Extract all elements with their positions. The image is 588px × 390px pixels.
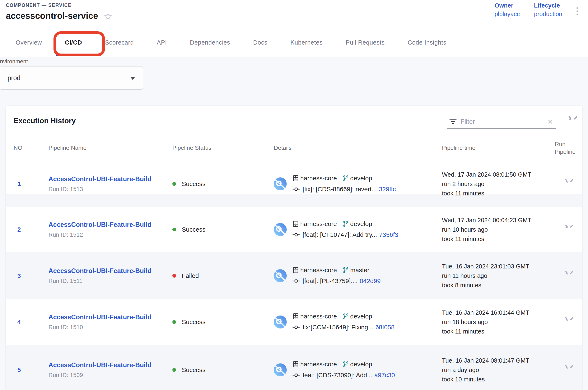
column-header-details: Details — [274, 145, 442, 151]
pipeline-name-link[interactable]: AccessControl-UBI-Feature-Build — [48, 361, 152, 369]
environment-select[interactable]: prod — [0, 67, 143, 90]
page-header: COMPONENT — SERVICE accesscontrol-servic… — [0, 0, 588, 28]
clear-filter-icon[interactable]: ✕ — [547, 118, 554, 126]
pipeline-duration: took 8 minutes — [442, 281, 555, 290]
column-header-pipeline-name: Pipeline Name — [48, 145, 172, 151]
run-pipeline-button[interactable] — [564, 365, 573, 375]
owner-link[interactable]: plplayacc — [495, 11, 520, 18]
pipeline-name-link[interactable]: AccessControl-UBI-Feature-Build — [48, 221, 152, 229]
branch-name: develop — [350, 175, 372, 182]
tab-api[interactable]: API — [145, 28, 178, 57]
commit-message: [feat]: [PL-43759]:... — [303, 277, 358, 285]
pipeline-name-link[interactable]: AccessControl-UBI-Feature-Build — [48, 267, 152, 275]
more-options-kebab-icon[interactable]: ⋮ — [573, 6, 582, 15]
commit-sha-link[interactable]: 68f058 — [375, 324, 394, 331]
run-id: Run ID: 1510 — [48, 324, 172, 331]
pipeline-name-link[interactable]: AccessControl-UBI-Feature-Build — [48, 175, 152, 183]
environment-selected-value: prod — [7, 74, 20, 82]
status-label: Success — [182, 180, 205, 188]
pipeline-time: Tue, 16 Jan 2024 16:01:44 GMT — [442, 308, 555, 317]
git-branch-icon — [342, 361, 349, 368]
branch-name: develop — [350, 313, 372, 320]
status-label: Success — [182, 226, 205, 233]
pipeline-build-icon — [274, 269, 287, 282]
tab-overview[interactable]: Overview — [4, 28, 53, 57]
run-id: Run ID: 1513 — [48, 186, 172, 193]
repository-icon — [292, 313, 299, 320]
tab-scorecard[interactable]: Scorecard — [94, 28, 145, 57]
status-dot — [172, 368, 176, 372]
tab-code-insights[interactable]: Code Insights — [396, 28, 458, 57]
column-header-no: NO — [14, 145, 48, 151]
row-number: 1 — [14, 180, 48, 188]
repository-icon — [292, 220, 299, 227]
tabs-bar: Overview CI/CD Scorecard API Dependencie… — [0, 28, 588, 57]
run-id: Run ID: 1512 — [48, 231, 172, 238]
column-header-run-pipeline: Run Pipeline — [555, 140, 582, 156]
commit-sha-link[interactable]: a97c30 — [374, 372, 395, 379]
pipeline-ran-ago: run 11 hours ago — [442, 271, 555, 281]
status-dot — [172, 228, 176, 231]
pipeline-duration: took 10 minutes — [442, 375, 555, 384]
refresh-icon[interactable] — [567, 116, 578, 127]
filter-bar: ✕ — [447, 115, 556, 129]
filter-icon — [449, 118, 457, 126]
owner-label: Owner — [495, 2, 520, 9]
repository-icon — [292, 361, 299, 368]
repository-name: harness-core — [300, 175, 337, 182]
git-branch-icon — [342, 175, 349, 182]
pipeline-build-icon — [274, 316, 287, 329]
table-row: 3 AccessControl-UBI-Feature-Build Run ID… — [6, 252, 582, 299]
title-row: accesscontrol-service ☆ — [6, 10, 113, 22]
status-label: Success — [182, 318, 205, 326]
git-commit-icon — [292, 231, 300, 239]
run-pipeline-button[interactable] — [564, 179, 573, 189]
git-commit-icon — [292, 185, 300, 193]
card-header: Execution History ✕ — [6, 106, 582, 135]
commit-message: [fix]: [CDS-88669]: revert... — [303, 186, 377, 193]
pipeline-time: Tue, 16 Jan 2024 08:01:47 GMT — [442, 356, 555, 365]
tab-pull-requests[interactable]: Pull Requests — [334, 28, 396, 57]
run-pipeline-button[interactable] — [564, 225, 573, 234]
lifecycle-label: Lifecycle — [534, 2, 562, 9]
pipeline-build-icon — [274, 363, 287, 376]
git-commit-icon — [292, 277, 300, 285]
lifecycle-value: production — [534, 11, 562, 18]
tab-dependencies[interactable]: Dependencies — [178, 28, 242, 57]
status-label: Failed — [182, 272, 199, 279]
repository-icon — [292, 267, 299, 274]
table-row: 2 AccessControl-UBI-Feature-Build Run ID… — [6, 207, 582, 252]
pipeline-duration: took 11 minutes — [442, 189, 555, 198]
row-number: 3 — [14, 272, 48, 279]
filter-input[interactable] — [461, 118, 544, 126]
branch-name: develop — [350, 220, 372, 227]
main-content: nvironment prod Execution History ✕ NO P… — [0, 57, 588, 390]
commit-sha-link[interactable]: 042d99 — [360, 277, 381, 285]
commit-sha-link[interactable]: 329ffc — [379, 186, 396, 193]
table-header-row: NO Pipeline Name Pipeline Status Details… — [6, 135, 582, 161]
entity-meta: Owner plplayacc Lifecycle production — [495, 2, 562, 18]
favorite-star-icon[interactable]: ☆ — [103, 10, 113, 22]
pipeline-duration: took 11 minutes — [442, 327, 555, 336]
git-branch-icon — [342, 221, 349, 227]
table-row: 1 AccessControl-UBI-Feature-Build Run ID… — [6, 161, 582, 207]
tab-cicd[interactable]: CI/CD — [53, 28, 94, 57]
pipeline-name-link[interactable]: AccessControl-UBI-Feature-Build — [48, 313, 152, 321]
execution-history-title: Execution History — [14, 117, 76, 125]
pipeline-time: Wed, 17 Jan 2024 00:04:23 GMT — [442, 215, 555, 225]
git-branch-icon — [342, 267, 349, 273]
status-dot — [172, 320, 176, 324]
run-id: Run ID: 1509 — [48, 372, 172, 379]
run-pipeline-button[interactable] — [564, 317, 573, 327]
page-title: accesscontrol-service — [6, 11, 98, 21]
row-number: 4 — [14, 318, 48, 326]
row-number: 5 — [14, 366, 48, 374]
repository-name: harness-core — [300, 361, 337, 368]
row-number: 2 — [14, 226, 48, 233]
tab-kubernetes[interactable]: Kubernetes — [279, 28, 334, 57]
run-pipeline-button[interactable] — [564, 271, 573, 281]
pipeline-build-icon — [274, 177, 287, 190]
commit-sha-link[interactable]: 7356f3 — [379, 231, 398, 238]
tab-docs[interactable]: Docs — [241, 28, 279, 57]
column-header-pipeline-time: Pipeline time — [442, 145, 555, 151]
